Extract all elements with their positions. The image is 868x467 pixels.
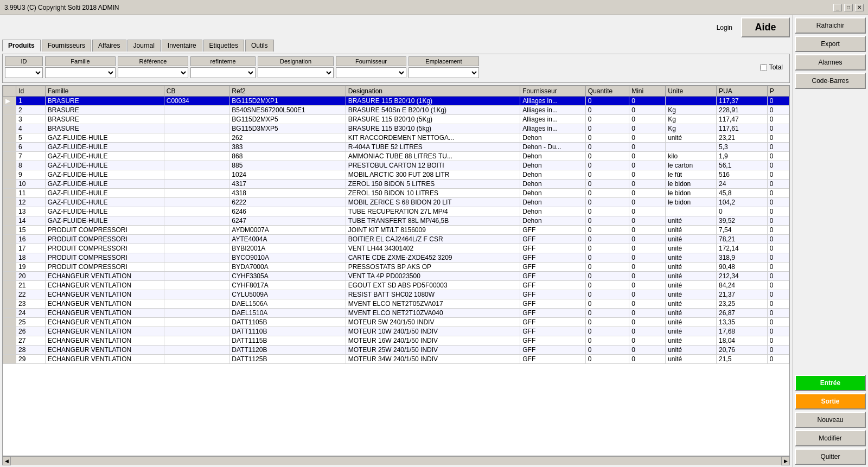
cell-designation: MVENT ELCO NET2T05ZVA017 [346,299,520,309]
rafraichir-button[interactable]: Rafraichir [795,17,866,34]
minimize-button[interactable]: _ [833,4,842,11]
filter-id-select[interactable] [5,67,43,78]
code-barres-button[interactable]: Code-Barres [795,73,866,89]
quitter-button[interactable]: Quitter [795,449,866,465]
cell-pua: 90,48 [716,263,767,272]
col-quantite[interactable]: Quantite [585,86,629,97]
table-row[interactable]: 18PRODUIT COMPRESSORIBYCO9010ACARTE CDE … [3,253,789,263]
sortie-button[interactable]: Sortie [795,393,866,410]
table-row[interactable]: 24ECHANGEUR VENTLATIONDAEL1510AMVENT ELC… [3,309,789,318]
filter-famille-select[interactable] [45,67,116,78]
cell-cb [164,216,229,226]
cell-p: 0 [767,244,789,253]
tab-etiquettes[interactable]: Etiquettes [203,40,244,52]
filter-fournisseur-select[interactable] [336,67,406,78]
close-button[interactable]: ✕ [855,4,864,11]
cell-pua: 117,47 [716,115,767,124]
filter-refinterne-select[interactable] [190,67,256,78]
tab-inventaire[interactable]: Inventaire [162,40,202,52]
aide-button[interactable]: Aide [741,17,790,37]
tab-outils[interactable]: Outils [245,40,274,52]
cell-unite [666,97,717,106]
cell-pua: 17,68 [716,327,767,336]
table-row[interactable]: 26ECHANGEUR VENTLATIONDATT1110BMOTEUR 10… [3,327,789,336]
col-fournisseur[interactable]: Fournisseur [520,86,586,97]
cell-id: 21 [16,281,46,290]
table-row[interactable]: 22ECHANGEUR VENTLATIONCYLU5009ARESIST BA… [3,290,789,299]
table-row[interactable]: 7GAZ-FLUIDE-HUILE868AMMONIAC TUBE 88 LIT… [3,152,789,161]
table-row[interactable]: 6GAZ-FLUIDE-HUILE383R-404A TUBE 52 LITRE… [3,143,789,152]
table-row[interactable]: 11GAZ-FLUIDE-HUILE4318ZEROL 150 BIDON 10… [3,189,789,198]
cell-fournisseur: Dehon - Du... [520,143,586,152]
table-row[interactable]: 9GAZ-FLUIDE-HUILE1024MOBIL ARCTIC 300 FU… [3,170,789,180]
table-row[interactable]: ▶1BRASUREC00034BG115D2MXP1BRASURE 115 B2… [3,97,789,106]
data-table-container[interactable]: Id Famille CB Ref2 Designation Fournisse… [2,85,790,456]
tab-affaires[interactable]: Affaires [92,40,126,52]
filter-designation-select[interactable] [258,67,334,78]
cell-famille: PRODUIT COMPRESSORI [45,235,164,244]
cell-fournisseur: GFF [520,263,586,272]
tab-produits[interactable]: Produits [2,40,41,52]
cell-fournisseur: GFF [520,235,586,244]
total-checkbox[interactable] [760,64,767,71]
table-row[interactable]: 5GAZ-FLUIDE-HUILE262KIT RACCORDEMENT NET… [3,133,789,143]
filter-reference-select[interactable] [118,67,188,78]
maximize-button[interactable]: □ [844,4,853,11]
table-row[interactable]: 14GAZ-FLUIDE-HUILE6247TUBE TRANSFERT 88L… [3,216,789,226]
filter-emplacement-select[interactable] [409,67,479,78]
table-row[interactable]: 29ECHANGEUR VENTLATIONDATT1125BMOTEUR 34… [3,355,789,364]
cell-famille: GAZ-FLUIDE-HUILE [45,207,164,216]
table-row[interactable]: 3BRASUREBG115D2MXP5BRASURE 115 B20/10 (5… [3,115,789,124]
table-row[interactable]: 12GAZ-FLUIDE-HUILE6222MOBIL ZERICE S 68 … [3,198,789,207]
col-pua[interactable]: PUA [716,86,767,97]
col-mini[interactable]: Mini [629,86,666,97]
export-button[interactable]: Export [795,36,866,52]
table-row[interactable]: 28ECHANGEUR VENTLATIONDATT1120BMOTEUR 25… [3,346,789,355]
cell-cb [164,115,229,124]
cell-mini: 0 [629,299,666,309]
table-row[interactable]: 27ECHANGEUR VENTLATIONDATT1115BMOTEUR 16… [3,336,789,346]
table-row[interactable]: 25ECHANGEUR VENTLATIONDATT1105BMOTEUR 5W… [3,318,789,327]
scroll-right-button[interactable]: ▶ [781,457,790,465]
cell-cb [164,253,229,263]
cell-unite: le bidon [666,198,717,207]
cell-famille: ECHANGEUR VENTLATION [45,272,164,281]
scroll-left-button[interactable]: ◀ [2,457,11,465]
table-row[interactable]: 23ECHANGEUR VENTLATIONDAEL1506AMVENT ELC… [3,299,789,309]
table-row[interactable]: 21ECHANGEUR VENTLATIONCYHF8017AEGOUT EXT… [3,281,789,290]
cell-p: 0 [767,299,789,309]
col-p[interactable]: P [767,86,789,97]
cell-mini: 0 [629,253,666,263]
table-row[interactable]: 20ECHANGEUR VENTLATIONCYHF3305AVENT TA 4… [3,272,789,281]
col-designation[interactable]: Designation [346,86,520,97]
cell-designation: EGOUT EXT SD ABS PD5F00003 [346,281,520,290]
col-ref2[interactable]: Ref2 [229,86,346,97]
cell-id: 16 [16,235,46,244]
tabs-row: Produits Fournisseurs Affaires Journal I… [2,40,790,52]
table-row[interactable]: 8GAZ-FLUIDE-HUILE885PRESTOBUL CARTON 12 … [3,161,789,170]
table-row[interactable]: 16PRODUIT COMPRESSORIAYTE4004ABOITIER EL… [3,235,789,244]
col-id[interactable]: Id [16,86,46,97]
tab-journal[interactable]: Journal [127,40,161,52]
cell-designation: BRASURE 115 B20/10 (5Kg) [346,115,520,124]
alarmes-button[interactable]: Alarmes [795,54,866,71]
col-famille[interactable]: Famille [45,86,164,97]
cell-famille: BRASURE [45,115,164,124]
cell-id: 6 [16,143,46,152]
tab-fournisseurs[interactable]: Fournisseurs [42,40,91,52]
table-row[interactable]: 15PRODUIT COMPRESSORIAYDM0007AJOINT KIT … [3,226,789,235]
table-row[interactable]: 17PRODUIT COMPRESSORIBYBI2001AVENT LH44 … [3,244,789,253]
table-row[interactable]: 2BRASUREB540SNES67200L500E1BRASURE 540Sn… [3,106,789,115]
cell-quantite: 0 [585,133,629,143]
table-row[interactable]: 10GAZ-FLUIDE-HUILE4317ZEROL 150 BIDON 5 … [3,180,789,189]
table-row[interactable]: 19PRODUIT COMPRESSORIBYDA7000APRESSOSTAT… [3,263,789,272]
cell-id: 2 [16,106,46,115]
table-row[interactable]: 4BRASUREBG115D3MXP5BRASURE 115 B30/10 (5… [3,124,789,133]
entree-button[interactable]: Entrée [795,375,866,391]
table-row[interactable]: 13GAZ-FLUIDE-HUILE6246TUBE RECUPERATION … [3,207,789,216]
cell-quantite: 0 [585,290,629,299]
col-cb[interactable]: CB [164,86,229,97]
col-unite[interactable]: Unite [666,86,717,97]
modifier-button[interactable]: Modifier [795,430,866,446]
nouveau-button[interactable]: Nouveau [795,412,866,428]
